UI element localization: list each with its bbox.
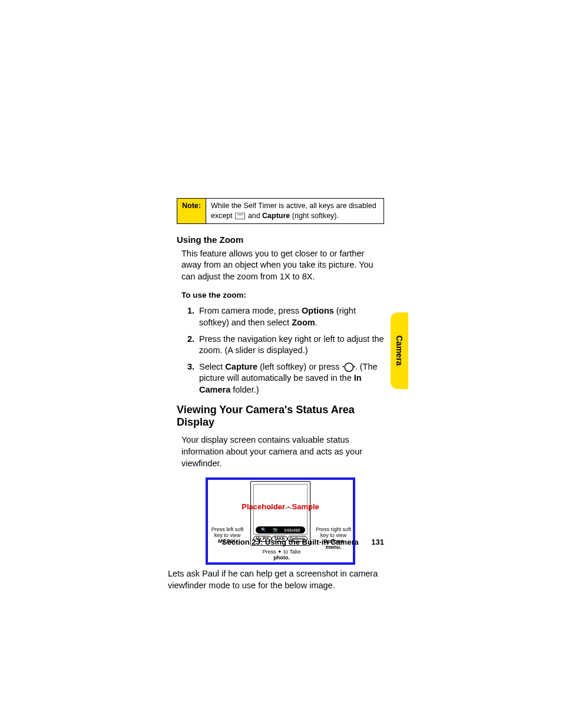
bold-zoom: Zoom <box>292 318 315 327</box>
zoom-lead: To use the zoom: <box>181 291 384 299</box>
bold-photo: photo. <box>273 555 290 561</box>
zoom-steps: 1. From camera mode, press Options (righ… <box>181 305 384 396</box>
footer-page-number: 131 <box>371 538 384 546</box>
txt: folder.) <box>230 385 259 394</box>
document-page: Note: While the Self Timer is active, al… <box>0 0 562 728</box>
note-box: Note: While the Self Timer is active, al… <box>177 198 384 224</box>
step-number: 2. <box>181 334 199 357</box>
viewfinder-figure: ~~~~~~ 🔍 📷 640x480 My PIX TAKE Options P… <box>206 477 355 565</box>
camera-icon: 📷 <box>273 528 278 532</box>
nav-icon: ✦ <box>277 549 282 555</box>
step-text: Press the navigation key right or left t… <box>199 334 384 357</box>
footer-section: Section 2J: Using the Built-in Camera <box>222 538 359 546</box>
step-1: 1. From camera mode, press Options (righ… <box>181 305 384 328</box>
zoom-icon: 🔍 <box>261 528 266 532</box>
heading-status-display: Viewing Your Camera's Status Area Displa… <box>177 404 384 429</box>
figure-caption: Lets ask Paul if he can help get a scree… <box>168 568 386 591</box>
step-3: 3. Select Capture (left softkey) or pres… <box>181 361 384 396</box>
zoom-paragraph: This feature allows you to get closer to… <box>181 248 384 283</box>
note-text: While the Self Timer is active, all keys… <box>206 199 384 223</box>
bold-options: Options <box>302 306 334 315</box>
txt: Press <box>263 549 278 555</box>
note-label: Note: <box>177 199 206 223</box>
txt: From camera mode, press <box>199 306 302 315</box>
step-number: 1. <box>181 305 199 328</box>
note-text-mid: and <box>246 212 262 220</box>
back-key-icon <box>235 213 245 219</box>
section-tab-camera: Camera <box>391 312 408 389</box>
bold-capture: Capture <box>225 362 257 371</box>
txt: . <box>315 318 318 327</box>
step-2: 2. Press the navigation key right or lef… <box>181 334 384 357</box>
page-footer: Section 2J: Using the Built-in Camera 13… <box>177 538 384 546</box>
placeholder-stamp: Placeholder - Sample <box>208 502 353 511</box>
phone-screen-graphic: ~~~~~~ 🔍 📷 640x480 My PIX TAKE Options <box>250 481 310 546</box>
status-bar: 🔍 📷 640x480 <box>256 526 305 533</box>
txt: to Take <box>282 549 300 555</box>
note-text-post: (right softkey). <box>290 212 339 220</box>
heading-using-zoom: Using the Zoom <box>177 235 384 245</box>
txt: Select <box>199 362 225 371</box>
txt: (left softkey) or press <box>257 362 342 371</box>
step-number: 3. <box>181 361 199 396</box>
note-bold-capture: Capture <box>262 212 290 220</box>
section-tab-label: Camera <box>395 335 404 365</box>
resolution-text: 640x480 <box>285 528 300 532</box>
status-paragraph: Your display screen contains valuable st… <box>181 434 384 469</box>
txt: Press right soft <box>316 526 351 532</box>
step-text: From camera mode, press Options (right s… <box>199 305 384 328</box>
callout-bottom: Press ✦ to Take photo. <box>255 549 308 561</box>
txt: Press left soft <box>211 526 244 532</box>
nav-key-icon: ·◯· <box>342 361 355 373</box>
step-text: Select Capture (left softkey) or press ·… <box>199 361 384 396</box>
main-content: Note: While the Self Timer is active, al… <box>177 198 384 591</box>
